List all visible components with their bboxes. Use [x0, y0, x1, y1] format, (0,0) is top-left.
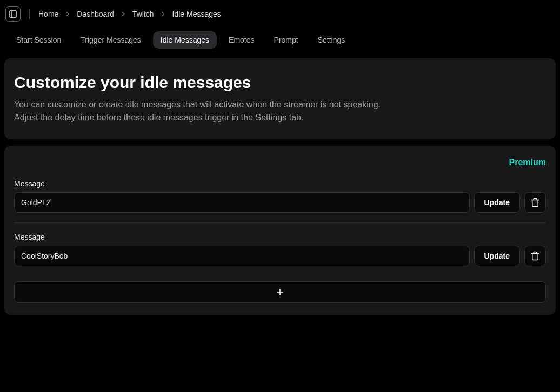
tab-trigger-messages[interactable]: Trigger Messages [73, 31, 149, 49]
message-label: Message [14, 179, 546, 188]
plus-icon [275, 287, 285, 297]
trash-icon [530, 198, 540, 207]
tab-prompt[interactable]: Prompt [266, 31, 306, 49]
tabs: Start Session Trigger Messages Idle Mess… [0, 28, 560, 58]
divider [29, 9, 30, 19]
delete-button[interactable] [524, 246, 546, 266]
update-button[interactable]: Update [474, 192, 520, 213]
breadcrumb: Home Dashboard Twitch Idle Messages [38, 10, 221, 18]
message-input[interactable] [14, 192, 470, 213]
message-label: Message [14, 233, 546, 241]
chevron-right-icon [119, 10, 127, 18]
add-message-button[interactable] [14, 281, 546, 303]
message-input[interactable] [14, 246, 470, 266]
message-row: Message Update [14, 179, 546, 213]
premium-badge: Premium [509, 158, 546, 167]
panel-left-icon [9, 10, 17, 18]
header-panel: Customize your idle messages You can cus… [4, 58, 556, 139]
trash-icon [530, 251, 540, 261]
divider [14, 222, 546, 223]
tab-idle-messages[interactable]: Idle Messages [153, 31, 217, 49]
breadcrumb-item-dashboard[interactable]: Dashboard [77, 10, 114, 18]
page-description: You can customize or create idle message… [14, 98, 382, 124]
delete-button[interactable] [524, 192, 546, 213]
message-row: Message Update [14, 233, 546, 266]
chevron-right-icon [64, 10, 71, 18]
messages-panel: Premium Message Update Message [4, 146, 556, 315]
breadcrumb-item-twitch[interactable]: Twitch [132, 10, 154, 18]
tab-settings[interactable]: Settings [310, 31, 353, 49]
breadcrumb-item-current: Idle Messages [172, 10, 221, 18]
breadcrumb-item-home[interactable]: Home [38, 10, 58, 18]
sidebar-toggle-button[interactable] [5, 6, 21, 22]
chevron-right-icon [159, 10, 167, 18]
svg-rect-0 [10, 11, 16, 17]
update-button[interactable]: Update [474, 246, 520, 266]
page-title: Customize your idle messages [14, 73, 546, 92]
tab-start-session[interactable]: Start Session [9, 31, 69, 49]
tab-emotes[interactable]: Emotes [221, 31, 262, 49]
